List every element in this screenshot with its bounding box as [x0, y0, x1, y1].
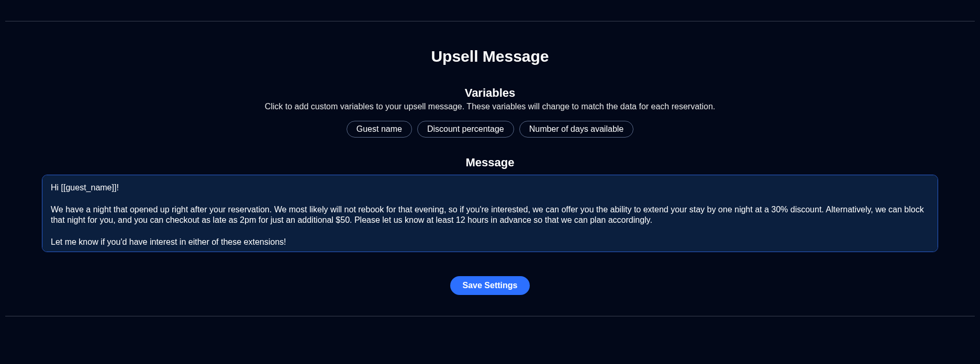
- upsell-message-section: Upsell Message Variables Click to add cu…: [5, 21, 975, 295]
- variable-chip-discount-percentage[interactable]: Discount percentage: [417, 121, 514, 138]
- variable-chips-container: Guest name Discount percentage Number of…: [265, 121, 716, 138]
- section-divider-bottom: [5, 316, 975, 316]
- variables-title: Variables: [265, 86, 716, 100]
- variable-chip-guest-name[interactable]: Guest name: [347, 121, 412, 138]
- variables-section: Variables Click to add custom variables …: [265, 86, 716, 138]
- message-section: Message: [42, 156, 938, 254]
- message-title: Message: [42, 156, 938, 169]
- variables-subtitle: Click to add custom variables to your up…: [265, 102, 716, 111]
- save-settings-button[interactable]: Save Settings: [450, 276, 530, 295]
- message-textarea[interactable]: [42, 175, 938, 252]
- section-title: Upsell Message: [431, 48, 549, 65]
- variable-chip-days-available[interactable]: Number of days available: [519, 121, 634, 138]
